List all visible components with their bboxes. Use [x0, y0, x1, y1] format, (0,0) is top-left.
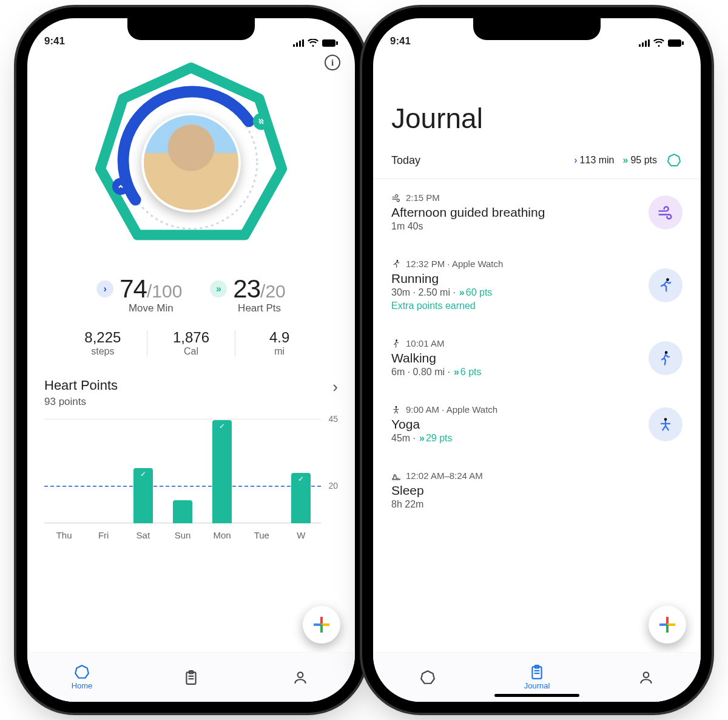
home-ring-icon — [74, 664, 90, 680]
journal-icon — [183, 670, 199, 685]
breath-icon — [649, 195, 682, 229]
add-fab[interactable] — [649, 606, 686, 644]
tab-home[interactable] — [373, 653, 482, 702]
chevron-right-icon: › — [332, 378, 338, 396]
notch — [473, 18, 601, 40]
run-icon — [649, 268, 682, 302]
journal-entry[interactable]: 2:15 PM Afternoon guided breathing 1m 40… — [373, 179, 701, 245]
battery-icon — [668, 39, 684, 47]
sleep-icon — [391, 471, 401, 481]
move-progress-marker — [112, 178, 129, 195]
notch — [127, 18, 255, 40]
section-subtitle: 93 points — [44, 396, 118, 408]
info-button[interactable]: i — [325, 55, 340, 70]
heart-progress-marker — [253, 113, 270, 130]
battery-icon — [322, 39, 338, 47]
avatar — [141, 113, 241, 212]
journal-entry[interactable]: 12:32 PM · Apple Watch Running 30m · 2.5… — [373, 245, 701, 325]
tab-profile[interactable] — [592, 653, 701, 702]
home-ring-icon — [420, 670, 436, 685]
plus-icon — [659, 617, 675, 633]
status-time: 9:41 — [44, 35, 65, 47]
signal-icon — [639, 39, 650, 47]
goal-badge-icon — [666, 152, 682, 169]
calories-metric[interactable]: 1,876Cal — [147, 329, 235, 357]
today-points: »95 pts — [623, 155, 658, 166]
journal-icon — [529, 664, 545, 680]
section-title: Heart Points — [44, 378, 118, 393]
today-summary[interactable]: Today ›113 min »95 pts — [373, 143, 701, 179]
walk-icon — [649, 341, 682, 375]
walk-icon — [391, 339, 401, 348]
tab-bar: Home — [27, 652, 355, 702]
add-fab[interactable] — [303, 606, 340, 644]
heart-points-section[interactable]: Heart Points 93 points › 45 20 ✓✓✓ ThuFr… — [27, 378, 355, 540]
heart-points-metric[interactable]: » 23/20 Heart Pts — [210, 274, 285, 314]
profile-icon — [638, 670, 654, 685]
today-minutes: ›113 min — [574, 155, 614, 166]
phone-journal: 9:41 Journal Today ›113 min »95 pts — [373, 18, 701, 702]
yoga-icon — [649, 407, 682, 441]
distance-metric[interactable]: 4.9mi — [235, 329, 323, 357]
phone-home: 9:41 i — [27, 18, 355, 702]
tab-journal[interactable] — [136, 653, 246, 702]
heart-points-chart: 45 20 ✓✓✓ ThuFriSatSunMonTueW — [44, 419, 338, 540]
journal-entry[interactable]: 9:00 AM · Apple Watch Yoga 45m · » 29 pt… — [373, 391, 701, 457]
run-icon — [391, 259, 401, 269]
double-chevron-icon: » — [210, 280, 227, 297]
activity-rings[interactable] — [88, 59, 294, 266]
steps-metric[interactable]: 8,225steps — [59, 329, 147, 357]
move-minutes-metric[interactable]: › 74/100 Move Min — [96, 274, 182, 314]
home-indicator[interactable] — [494, 694, 579, 697]
wifi-icon — [308, 39, 318, 47]
tab-home[interactable]: Home — [27, 653, 136, 702]
status-time: 9:41 — [390, 35, 411, 47]
signal-icon — [293, 39, 304, 47]
journal-entry[interactable]: 12:02 AM–8:24 AM Sleep 8h 22m — [373, 457, 701, 523]
tab-profile[interactable] — [246, 653, 355, 702]
yoga-icon — [391, 405, 401, 415]
plus-icon — [314, 617, 329, 633]
journal-entry[interactable]: 10:01 AM Walking 6m · 0.80 mi · » 6 pts — [373, 325, 701, 391]
wifi-icon — [653, 39, 664, 47]
profile-icon — [292, 670, 308, 685]
chevron-right-icon: › — [96, 280, 113, 297]
breath-icon — [391, 193, 401, 203]
page-title: Journal — [373, 47, 701, 143]
